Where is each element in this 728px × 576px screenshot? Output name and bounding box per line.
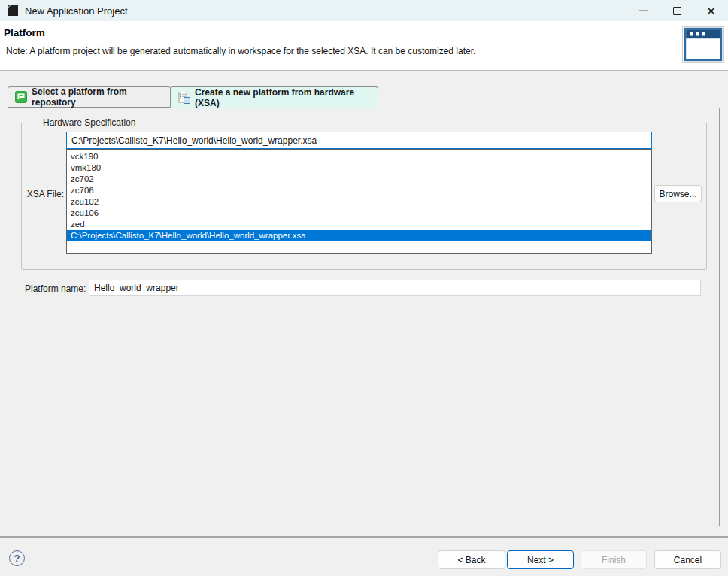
minimize-icon[interactable]	[626, 0, 660, 21]
close-icon[interactable]: ✕	[694, 0, 728, 21]
xsa-option[interactable]: vck190	[67, 151, 651, 162]
page-title: Platform	[4, 27, 45, 38]
tab-label: Create a new platform from hardware (XSA…	[195, 87, 371, 108]
xsa-option[interactable]: zc702	[67, 174, 651, 185]
footer-bar: ? < Back Next > Finish Cancel	[0, 538, 728, 576]
xsa-option-selected[interactable]: C:\Projects\Callisto_K7\Hello_world\Hell…	[67, 230, 651, 241]
tab-label: Select a platform from repository	[32, 86, 163, 108]
xsa-option[interactable]: zed	[67, 219, 651, 230]
new-application-project-dialog: New Application Project ✕ Platform Note:…	[0, 0, 728, 576]
platform-name-label: Platform name:	[25, 283, 86, 294]
tab-create-platform-from-hardware[interactable]: Create a new platform from hardware (XSA…	[171, 86, 378, 108]
xsa-option[interactable]: zcu106	[67, 208, 651, 219]
xsa-option[interactable]: vmk180	[67, 162, 651, 174]
new-platform-hardware-icon	[178, 92, 190, 104]
xsa-option[interactable]: zc706	[67, 185, 651, 196]
wizard-header: Platform Note: A platform project will b…	[0, 21, 728, 71]
page-note: Note: A platform project will be generat…	[6, 46, 475, 56]
browse-button[interactable]: Browse...	[654, 185, 702, 202]
back-button[interactable]: < Back	[438, 550, 505, 569]
xsa-file-dropdown-list: vck190 vmk180 zc702 zc706 zcu102 zcu106 …	[66, 149, 652, 254]
maximize-icon[interactable]	[660, 0, 694, 21]
next-button[interactable]: Next >	[507, 550, 574, 569]
repository-platform-icon	[15, 91, 27, 103]
title-bar: New Application Project ✕	[0, 0, 728, 21]
window-title: New Application Project	[25, 5, 128, 17]
xsa-file-combo-input[interactable]	[66, 132, 652, 149]
tab-select-platform-from-repository[interactable]: Select a platform from repository	[8, 86, 171, 108]
platform-window-icon	[682, 26, 724, 63]
xsa-file-label: XSA File:	[15, 189, 64, 199]
xilinx-amd-logo-icon	[6, 4, 20, 17]
help-icon[interactable]: ?	[9, 550, 25, 566]
group-label: Hardware Specification	[40, 117, 138, 128]
cancel-button[interactable]: Cancel	[654, 550, 721, 569]
platform-name-input[interactable]	[89, 280, 701, 296]
finish-button[interactable]: Finish	[581, 550, 647, 569]
xsa-option[interactable]: zcu102	[67, 196, 651, 208]
window-controls: ✕	[626, 0, 728, 21]
